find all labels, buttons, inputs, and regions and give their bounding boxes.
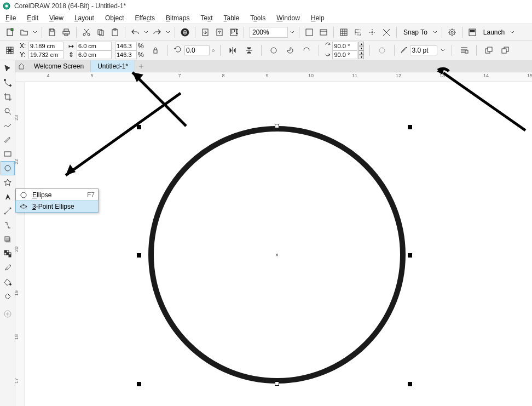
open-dropdown-icon[interactable] <box>32 30 38 35</box>
quick-customize-button[interactable] <box>1 307 15 321</box>
artistic-media-tool[interactable] <box>1 133 15 147</box>
transparency-tool[interactable] <box>1 247 15 261</box>
end-angle-input[interactable]: 90.0 ° <box>332 50 357 59</box>
menu-view[interactable]: View <box>44 14 69 22</box>
direction-button[interactable] <box>375 44 389 57</box>
menu-window[interactable]: Window <box>271 14 305 22</box>
search-button[interactable] <box>178 26 192 39</box>
arc-mode-button[interactable] <box>300 44 313 57</box>
snap-to-label[interactable]: Snap To <box>400 28 431 36</box>
freehand-tool[interactable] <box>1 118 15 133</box>
polygon-tool[interactable] <box>1 175 15 190</box>
copy-button[interactable] <box>94 26 107 39</box>
start-angle-spinner[interactable]: ▴▾ <box>358 42 364 50</box>
eyedropper-tool[interactable] <box>1 261 15 275</box>
menu-effects[interactable]: Effects <box>130 14 160 22</box>
start-angle-input[interactable]: 90.0 ° <box>332 42 357 50</box>
scale-x-input[interactable]: 146.3 <box>115 42 137 50</box>
smart-fill-tool[interactable] <box>1 289 15 304</box>
preview-button[interactable] <box>317 26 330 39</box>
selection-handle[interactable] <box>275 381 279 386</box>
print-button[interactable] <box>60 26 73 39</box>
snap-dropdown-icon[interactable] <box>432 30 438 35</box>
menu-file[interactable]: File <box>0 14 21 22</box>
mirror-h-button[interactable] <box>226 44 239 57</box>
launch-label[interactable]: Launch <box>480 28 508 36</box>
to-front-button[interactable] <box>482 44 495 57</box>
end-angle-spinner[interactable]: ▴▾ <box>358 50 364 59</box>
flyout-3point-ellipse[interactable]: 3-Point Ellipse <box>15 201 99 213</box>
menu-help[interactable]: Help <box>305 14 330 22</box>
tab-add-button[interactable] <box>135 60 147 72</box>
new-button[interactable] <box>3 26 16 39</box>
x-position-input[interactable]: 9.189 cm <box>28 42 63 50</box>
redo-button[interactable] <box>151 26 164 39</box>
pick-tool[interactable] <box>1 61 15 76</box>
align-guides-button[interactable] <box>366 26 379 39</box>
wrap-text-button[interactable] <box>458 44 471 57</box>
ellipse-tool[interactable] <box>1 161 15 175</box>
drawing-canvas[interactable]: × <box>25 82 532 406</box>
export-button[interactable] <box>213 26 226 39</box>
menu-tools[interactable]: Tools <box>245 14 271 22</box>
tab-welcome[interactable]: Welcome Screen <box>27 60 91 72</box>
parallel-dim-tool[interactable] <box>1 204 15 218</box>
guidelines-button[interactable] <box>351 26 365 39</box>
save-button[interactable] <box>45 26 59 39</box>
lock-ratio-button[interactable] <box>149 44 162 57</box>
launch-icon[interactable] <box>466 26 479 39</box>
zoom-level-input[interactable]: 200% <box>250 27 288 38</box>
options-button[interactable] <box>446 26 459 39</box>
zoom-tool[interactable] <box>1 104 15 118</box>
home-tab-icon[interactable] <box>15 60 27 72</box>
launch-dropdown-icon[interactable] <box>509 30 516 35</box>
pie-mode-button[interactable] <box>284 44 297 57</box>
outline-width-input[interactable]: 3.0 pt <box>410 45 437 55</box>
rotation-input[interactable]: 0.0 <box>184 45 210 55</box>
ellipse-mode-button[interactable] <box>267 44 280 57</box>
undo-dropdown-icon[interactable] <box>143 30 149 35</box>
selection-handle[interactable] <box>137 125 141 129</box>
scale-y-input[interactable]: 146.3 <box>115 50 137 59</box>
publish-pdf-button[interactable]: PDF <box>227 26 240 39</box>
text-tool[interactable] <box>1 190 15 204</box>
cut-button[interactable] <box>80 26 93 39</box>
selection-handle[interactable] <box>408 253 412 258</box>
undo-button[interactable] <box>129 26 142 39</box>
tab-document[interactable]: Untitled-1* <box>91 60 135 72</box>
fill-tool[interactable] <box>1 275 15 289</box>
paste-button[interactable] <box>108 26 122 39</box>
selection-handle[interactable] <box>408 125 412 129</box>
redo-dropdown-icon[interactable] <box>165 30 171 35</box>
open-button[interactable] <box>18 26 31 39</box>
selection-handle[interactable] <box>137 253 141 258</box>
fullscreen-button[interactable] <box>303 26 316 39</box>
selection-handle[interactable] <box>137 382 141 386</box>
connector-tool[interactable] <box>1 218 15 232</box>
menu-object[interactable]: Object <box>100 14 130 22</box>
selection-handle[interactable] <box>408 382 412 386</box>
selection-handle[interactable] <box>275 124 279 128</box>
menu-bitmaps[interactable]: Bitmaps <box>160 14 195 22</box>
outline-dropdown-icon[interactable] <box>440 48 446 53</box>
shape-tool[interactable] <box>1 76 15 90</box>
menu-text[interactable]: Text <box>195 14 218 22</box>
height-input[interactable]: 6.0 cm <box>77 50 112 59</box>
rectangle-tool[interactable] <box>1 147 15 161</box>
import-button[interactable] <box>199 26 212 39</box>
crop-tool[interactable] <box>1 90 15 104</box>
ruler-mark: 23 <box>14 115 19 121</box>
dynamic-guides-button[interactable] <box>380 26 393 39</box>
zoom-dropdown-icon[interactable] <box>289 30 296 35</box>
grid-button[interactable] <box>337 26 350 39</box>
flyout-ellipse[interactable]: Ellipse F7 <box>16 189 98 201</box>
drop-shadow-tool[interactable] <box>1 232 15 247</box>
to-back-button[interactable] <box>499 44 512 57</box>
menu-edit[interactable]: Edit <box>21 14 44 22</box>
width-input[interactable]: 6.0 cm <box>77 42 112 50</box>
menu-layout[interactable]: Layout <box>69 14 100 22</box>
menu-table[interactable]: Table <box>218 14 245 22</box>
origin-grid-icon[interactable] <box>3 44 16 57</box>
mirror-v-button[interactable] <box>242 44 256 57</box>
y-position-input[interactable]: 19.732 cm <box>28 50 63 59</box>
